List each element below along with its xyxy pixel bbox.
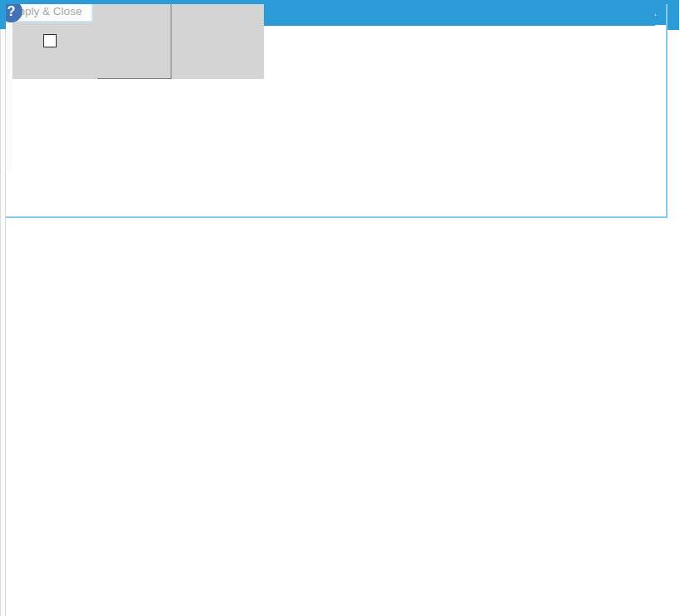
parameter-row: ▶ application/json { "userId": 1, "title… <box>2 2 655 79</box>
outer-scrollbar-thumb[interactable] <box>0 0 6 29</box>
outer-scrollbar-track[interactable] <box>0 0 6 616</box>
parameters-panel: Parameters ▲ Name Value Kind Sensitive +… <box>0 0 668 218</box>
web-method-editor-window: () CreatePost ✕ ✕ Full Path: MyProject/D… <box>0 0 690 616</box>
sensitive-checkbox[interactable] <box>43 34 57 47</box>
window-bottom-border <box>0 0 679 4</box>
